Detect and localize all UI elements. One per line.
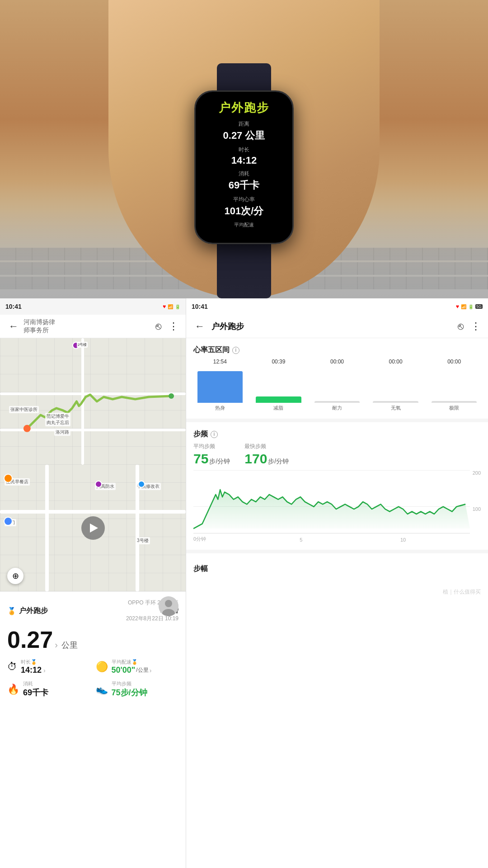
svg-point-1 [169,393,174,399]
hr-zone-anaerobic: 00:00 无氧 [367,359,424,411]
stride-section: 步幅 [186,553,488,585]
hr-zone-endurance-time: 00:00 [330,359,344,365]
more-icon-left[interactable]: ⋮ [169,321,178,332]
max-cadence-value: 170 [244,451,267,467]
watch-stat-label-5: 平均配速 [234,222,254,228]
distance-row[interactable]: 0.27 › 公里 [7,626,178,653]
hr-bar-max [432,401,477,403]
workout-date: 2022年8月22日 10:19 [126,615,178,623]
hr-bar-fatburn [256,396,301,403]
workout-type-label: 户外跑步 [19,606,48,616]
hr-zone-title-text: 心率五区间 [193,345,230,355]
heart-icon-right: ♥ [456,303,459,310]
cadence-chart: 200 100 [193,470,481,542]
hr-bar-endurance [314,401,360,403]
heart-status-icon: ♥ [163,303,166,310]
hr-zone-endurance-label: 耐力 [332,405,342,411]
map-pin-north-gate [4,517,13,526]
watch-device: 户外跑步 距离 0.27 公里 时长 14:12 消耗 69千卡 平均心率 10… [194,90,294,244]
medal-icon: 🏅 [7,607,16,615]
left-back-button[interactable]: ← [7,320,20,333]
more-icon-right[interactable]: ⋮ [471,321,481,332]
pace-label: 平均配速🏅 [112,659,152,665]
steps-icon: 👟 [96,684,108,695]
calories-value: 69千卡 [23,688,48,697]
chart-fill [193,490,470,528]
play-triangle-icon [90,524,98,533]
hr-bar-warmup [197,371,243,403]
pace-value: 50'00" [112,665,136,675]
cadence-values-row: 平均步频 75 步/分钟 最快步频 170 步/分钟 [193,443,481,467]
hr-zone-warmup-time: 12:54 [213,359,227,365]
stat-pace[interactable]: 🟡 平均配速🏅 50'00" /公里 › [96,659,179,675]
pace-unit: /公里 [136,666,148,674]
duration-label: 时长🏅 [21,659,46,665]
hr-zone-title: 心率五区间 i [186,338,488,359]
5g-badge: 5G [475,304,483,309]
section-divider-1 [186,419,488,422]
map-label-clinic: 张家中医诊所 [9,406,39,413]
location-button[interactable]: ⊕ [7,568,23,584]
left-status-bar: 10:41 ♥ 📶 🔋 [0,298,186,315]
left-panel: 10:41 ♥ 📶 🔋 ← 河南博扬律师事务所 ⎋ ⋮ [0,298,186,868]
hr-zone-anaerobic-time: 00:00 [389,359,403,365]
play-button[interactable] [81,516,105,540]
watch-stat-label-3: 消耗 [239,170,249,178]
right-status-bar: 10:41 ♥ 📶 🔋 5G [186,298,488,315]
hr-zone-warmup-label: 热身 [215,405,225,411]
pace-icon: 🟡 [96,661,108,673]
watch-stat-label-4: 平均心率 [233,196,255,203]
hr-zone-anaerobic-label: 无氧 [391,405,401,411]
location-title: 河南博扬律师事务所 [23,318,55,335]
stat-step-freq: 👟 平均步频 75步/分钟 [96,680,179,698]
wifi-icon-right: 📶 [461,304,466,309]
hr-zone-grid: 12:54 热身 00:39 减脂 00:00 耐力 [186,359,488,419]
distance-arrow-icon: › [55,640,58,650]
map-area-route[interactable]: 洛河路 张家中医诊所 范记博爱牛肉丸子忘后 2号楼 [0,338,186,465]
cadence-info-icon[interactable]: i [211,431,218,438]
hr-zone-max-time: 00:00 [447,359,461,365]
distance-number: 0.27 [7,626,53,653]
cadence-title-text: 步频 [193,429,208,439]
avatar [159,596,178,616]
map-pin-laundry [138,481,145,488]
bottom-panels: 10:41 ♥ 📶 🔋 ← 河南博扬律师事务所 ⎋ ⋮ [0,298,488,868]
watermark-area: 植｜什么值得买 [186,585,488,599]
calories-label: 消耗 [23,680,48,687]
section-divider-2 [186,550,488,553]
hr-zone-endurance: 00:00 耐力 [309,359,366,411]
map-pin-dayu [95,481,102,488]
hr-zone-info-icon[interactable]: i [232,347,239,354]
step-freq-value: 75步/分钟 [112,688,147,697]
hr-zone-max-label: 极限 [449,405,459,411]
left-header-icons: ⎋ ⋮ [155,321,178,332]
right-status-icons: ♥ 📶 🔋 5G [456,303,483,310]
stride-title: 步幅 [193,557,481,577]
x-label-0: 0分钟 [193,536,206,542]
workout-header-row: 🏅 户外跑步 OPPO 手环 2 NFC版 IT大智 2022年8月22日 10… [7,599,178,623]
max-cadence: 最快步频 170 步/分钟 [244,443,289,467]
share-icon-right[interactable]: ⎋ [458,321,464,332]
watch-title: 户外跑步 [219,100,269,116]
svg-point-3 [165,600,172,607]
right-back-button[interactable]: ← [193,320,206,333]
watermark-text: 植｜什么值得买 [443,588,481,596]
right-header-icons: ⎋ ⋮ [458,321,481,332]
x-label-5: 5 [300,537,302,542]
left-status-icons: ♥ 📶 🔋 [163,303,180,310]
battery-icon-right: 🔋 [468,304,474,309]
stat-duration[interactable]: ⏱ 时长🏅 14:12 › [7,659,90,675]
workout-title-row: 🏅 户外跑步 [7,606,48,616]
map-label-store: 范记博爱牛肉丸子忘后 [45,413,70,426]
max-cadence-unit: 步/分钟 [268,458,289,466]
avg-cadence-value: 75 [193,451,208,467]
watch-photo-section: 户外跑步 距离 0.27 公里 时长 14:12 消耗 69千卡 平均心率 10… [0,0,488,298]
duration-icon: ⏱ [7,661,17,673]
y-label-100: 100 [473,506,481,512]
stride-title-text: 步幅 [193,564,208,574]
share-icon-left[interactable]: ⎋ [155,321,161,332]
right-panel: 10:41 ♥ 📶 🔋 5G ← 户外跑步 ⎋ ⋮ 心率五区间 i [186,298,488,868]
avg-cadence: 平均步频 75 步/分钟 [193,443,230,467]
watch-stat-label-2: 时长 [239,146,249,154]
x-label-10: 10 [400,537,406,542]
